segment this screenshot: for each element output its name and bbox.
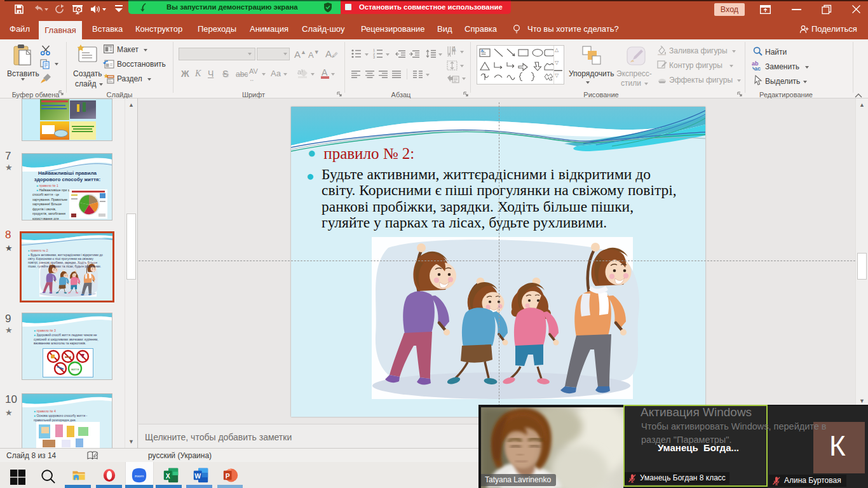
svg-text:zoom: zoom [135,474,144,478]
svg-text:життя: життя [71,368,79,371]
svg-text:W: W [194,473,201,480]
svg-text:ac: ac [754,65,761,71]
svg-text:A: A [452,46,456,53]
svg-text:P: P [226,473,230,480]
svg-text:3: 3 [373,55,375,58]
svg-text:X: X [166,473,170,480]
svg-text:A: A [481,49,484,53]
